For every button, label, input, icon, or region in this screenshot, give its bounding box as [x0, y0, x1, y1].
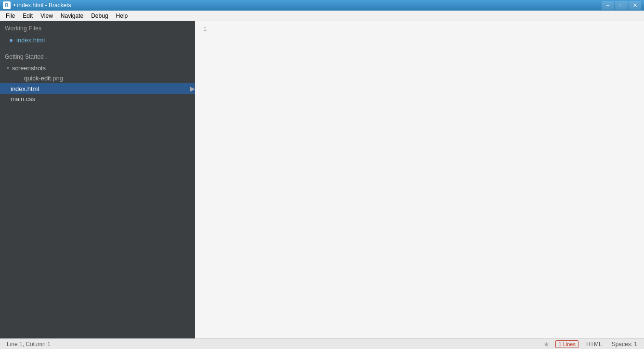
minimize-button[interactable]: −	[602, 1, 614, 10]
language-mode[interactable]: HTML	[584, 340, 604, 349]
modified-dot-icon	[10, 39, 13, 42]
file-main-css[interactable]: main.css	[0, 94, 195, 104]
file-label: main.css	[11, 95, 35, 103]
editor-content[interactable]: 1	[195, 21, 644, 338]
folder-name: screenshots	[12, 65, 46, 72]
menu-help[interactable]: Help	[112, 11, 132, 21]
title-bar-controls: − □ ✕	[602, 1, 641, 10]
project-header[interactable]: Getting Started ↓	[0, 51, 195, 63]
menu-navigate[interactable]: Navigate	[57, 11, 87, 21]
cursor-position[interactable]: Line 1, Column 1	[5, 340, 53, 349]
menu-view[interactable]: View	[37, 11, 57, 21]
active-file-arrow-icon: ▶	[190, 85, 195, 92]
indentation-mode[interactable]: Spaces: 1	[610, 340, 639, 349]
main-layout: Working Files index.html Getting Started…	[0, 21, 644, 338]
status-right: ★ 1 Lines HTML Spaces: 1	[543, 340, 639, 349]
close-button[interactable]: ✕	[629, 1, 641, 10]
menu-file[interactable]: File	[2, 11, 19, 21]
working-files-section: Working Files index.html	[0, 21, 195, 46]
lines-count-badge[interactable]: 1 Lines	[555, 340, 578, 348]
file-index-html[interactable]: index.html ▶	[0, 83, 195, 94]
section-separator	[0, 46, 195, 51]
menu-debug[interactable]: Debug	[87, 11, 112, 21]
menu-edit[interactable]: Edit	[19, 11, 37, 21]
status-bar: Line 1, Column 1 ★ 1 Lines HTML Spaces: …	[0, 338, 644, 349]
bookmark-icon[interactable]: ★	[543, 340, 550, 348]
working-file-index-html[interactable]: index.html	[0, 35, 195, 46]
working-files-header: Working Files	[0, 21, 195, 35]
title-bar-left: B • index.html - Brackets	[3, 1, 71, 9]
file-label: quick-edit.png	[24, 75, 63, 82]
folder-arrow-icon: ▾	[7, 65, 9, 71]
window-title: • index.html - Brackets	[13, 2, 71, 9]
file-label: index.html	[11, 85, 190, 92]
title-bar: B • index.html - Brackets − □ ✕	[0, 0, 644, 11]
file-quick-edit-png[interactable]: quick-edit.png	[0, 73, 195, 83]
line-number: 1	[200, 25, 207, 34]
maximize-button[interactable]: □	[615, 1, 628, 10]
working-file-name: index.html	[16, 37, 45, 44]
folder-screenshots[interactable]: ▾ screenshots	[0, 63, 195, 73]
editor-area: 1	[195, 21, 644, 338]
menu-bar: File Edit View Navigate Debug Help	[0, 11, 644, 21]
app-icon: B	[3, 1, 11, 9]
line-numbers: 1	[195, 21, 210, 338]
sidebar: Working Files index.html Getting Started…	[0, 21, 195, 338]
code-editor[interactable]	[210, 21, 644, 338]
status-left: Line 1, Column 1	[5, 340, 543, 349]
project-section: Getting Started ↓ ▾ screenshots quick-ed…	[0, 51, 195, 338]
